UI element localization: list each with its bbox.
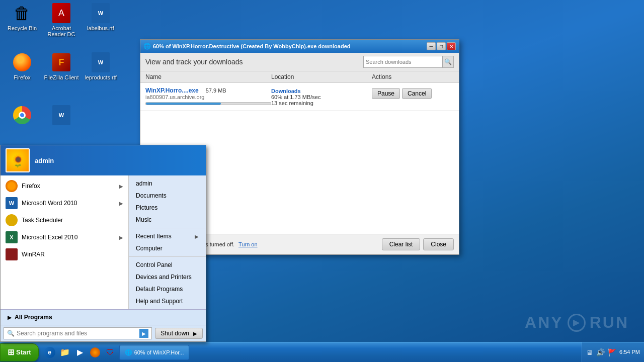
close-button[interactable]: ✕	[447, 42, 456, 50]
search-bar: 🔍	[363, 56, 454, 68]
cancel-button[interactable]: Cancel	[402, 88, 432, 99]
download-filename: WinXP.Horro....exe	[145, 87, 199, 94]
menu-item-admin[interactable]: admin	[129, 177, 206, 190]
firefox-menu-label: Firefox	[22, 183, 115, 190]
menu-item-control-panel[interactable]: Control Panel	[129, 259, 206, 271]
desktop-icon-extra[interactable]: W	[41, 103, 82, 129]
menu-item-recent-items[interactable]: Recent Items ▶	[129, 230, 206, 242]
taskbar-firefox-button[interactable]	[88, 345, 102, 359]
menu-item-music[interactable]: Music	[129, 214, 206, 226]
menu-item-winrar[interactable]: WinRAR	[1, 246, 128, 263]
default-programs-label: Default Programs	[136, 286, 183, 293]
desktop-icon-firefox[interactable]: Firefox	[2, 50, 42, 82]
word-menu-label: Microsoft Word 2010	[22, 200, 115, 207]
acrobat-label: Acrobat Reader DC	[43, 25, 79, 37]
turn-on-link[interactable]: Turn on	[238, 241, 258, 247]
menu-item-default-programs[interactable]: Default Programs	[129, 283, 206, 295]
pause-button[interactable]: Pause	[372, 88, 400, 99]
firefox-menu-icon	[6, 180, 18, 192]
download-progress: 60% at 1.73 MB/sec	[271, 94, 372, 100]
taskbar-quick-launch: e 📁 ▶ 🛡	[41, 345, 119, 359]
minimize-button[interactable]: ─	[427, 42, 436, 50]
dialog-titlebar: 🌐 60% of WinXP.Horror.Destructive (Creat…	[140, 40, 459, 53]
menu-item-firefox[interactable]: Firefox ▶	[1, 177, 128, 195]
column-name: Name	[145, 73, 271, 80]
taskbar-explorer-button[interactable]: 📁	[58, 345, 72, 359]
download-row: WinXP.Horro....exe 57.9 MB ia800907.us.a…	[140, 83, 459, 111]
dialog-title-text: 60% of WinXP.Horror.Destructive (Created…	[153, 43, 351, 49]
start-menu-body: Firefox ▶ W Microsoft Word 2010 ▶ Tas	[1, 175, 206, 309]
desktop-icon-labelbus[interactable]: W labelbus.rtf	[80, 1, 121, 33]
menu-item-word2010[interactable]: W Microsoft Word 2010 ▶	[1, 195, 128, 212]
desktop-icon-leproducts[interactable]: W leproducts.rtf	[80, 50, 121, 82]
ie-small-icon: 🌐	[143, 43, 151, 50]
anyrun-text: ANY	[525, 313, 564, 332]
taskbar-antivirus-button[interactable]: 🛡	[103, 345, 117, 359]
desktop-icon-recycle-bin[interactable]: 🗑 Recycle Bin	[2, 1, 42, 33]
excel-menu-label: Microsoft Excel 2010	[22, 234, 115, 241]
volume-tray-icon[interactable]: 🔊	[596, 348, 605, 356]
menu-item-task-scheduler[interactable]: Task Scheduler	[1, 212, 128, 229]
acrobat-icon: A	[51, 3, 71, 23]
taskbar-ie-button[interactable]: e	[43, 345, 57, 359]
dialog-column-headers: Name Location Actions	[140, 71, 459, 83]
pictures-label: Pictures	[136, 204, 157, 211]
start-button[interactable]: ⊞ Start	[0, 343, 39, 361]
admin-label: admin	[136, 180, 152, 187]
clear-list-button[interactable]: Clear list	[382, 238, 421, 250]
network-tray-icon[interactable]: 🖥	[586, 348, 593, 356]
maximize-button[interactable]: □	[437, 42, 446, 50]
start-menu: 🌻 admin Firefox ▶ W	[0, 145, 206, 342]
filezilla-label: FileZilla Client	[43, 74, 79, 80]
desktop: 🗑 Recycle Bin A Acrobat Reader DC W labe…	[0, 0, 644, 362]
close-dialog-button[interactable]: Close	[423, 238, 454, 250]
desktop-icon-chrome[interactable]	[2, 103, 42, 129]
start-search-input[interactable]	[17, 330, 139, 337]
user-name: admin	[35, 157, 54, 164]
computer-label: Computer	[136, 245, 163, 252]
task-menu-icon	[6, 214, 18, 226]
user-avatar: 🌻	[6, 148, 30, 172]
wmp-icon: ▶	[77, 347, 83, 357]
task-menu-label: Task Scheduler	[22, 217, 123, 224]
shutdown-button[interactable]: Shut down ▶	[155, 328, 203, 339]
download-size: 57.9 MB	[206, 87, 226, 94]
taskbar-download-window[interactable]: 🌐 60% of WinXP.Hor...	[119, 345, 190, 360]
recycle-bin-label: Recycle Bin	[4, 25, 40, 31]
location-name: Downloads	[271, 88, 372, 94]
flag-tray-icon[interactable]: 🚩	[608, 348, 616, 356]
taskbar-firefox-icon	[90, 347, 100, 357]
search-button[interactable]: 🔍	[442, 56, 453, 67]
desktop-icon-filezilla[interactable]: F FileZilla Client	[41, 50, 82, 82]
desktop-icon-acrobat[interactable]: A Acrobat Reader DC	[41, 1, 82, 39]
search-input-container: 🔍 ▶	[4, 327, 152, 339]
menu-item-computer[interactable]: Computer	[129, 242, 206, 254]
dialog-title: 🌐 60% of WinXP.Horror.Destructive (Creat…	[143, 43, 351, 50]
taskbar-wmp-button[interactable]: ▶	[73, 345, 87, 359]
recycle-bin-icon: 🗑	[12, 3, 32, 23]
sunflower-image: 🌻	[7, 149, 30, 172]
anyrun-run-text: RUN	[590, 313, 629, 332]
excel-menu-icon: X	[6, 231, 18, 243]
firefox-desktop-label: Firefox	[4, 74, 40, 80]
menu-item-documents[interactable]: Documents	[129, 190, 206, 202]
start-button-label: Start	[16, 348, 31, 356]
menu-item-devices-printers[interactable]: Devices and Printers	[129, 271, 206, 283]
dialog-toolbar-title: View and track your downloads	[145, 58, 243, 66]
download-info: WinXP.Horro....exe 57.9 MB ia800907.us.a…	[145, 87, 271, 105]
search-go-button[interactable]: ▶	[139, 329, 148, 338]
winrar-menu-icon	[6, 248, 18, 260]
menu-separator-2	[129, 256, 206, 257]
column-actions: Actions	[372, 73, 454, 80]
dialog-toolbar: View and track your downloads 🔍	[140, 53, 459, 71]
search-downloads-input[interactable]	[364, 59, 442, 65]
search-icon: 🔍	[7, 330, 15, 337]
menu-item-help-support[interactable]: Help and Support	[129, 295, 206, 307]
music-label: Music	[136, 216, 151, 223]
menu-item-pictures[interactable]: Pictures	[129, 202, 206, 214]
all-programs-button[interactable]: ▶ All Programs	[4, 312, 56, 323]
menu-item-excel2010[interactable]: X Microsoft Excel 2010 ▶	[1, 229, 128, 246]
column-location: Location	[271, 73, 372, 80]
start-menu-footer: ▶ All Programs 🔍 ▶ Shut down ▶	[1, 309, 206, 341]
ie-icon: e	[44, 347, 55, 358]
